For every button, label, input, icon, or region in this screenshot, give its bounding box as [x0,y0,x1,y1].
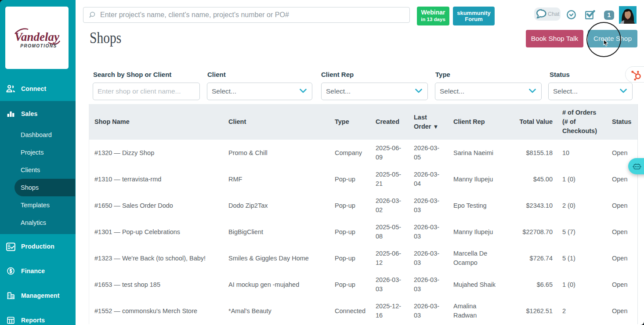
svg-text:PROMOTIONS: PROMOTIONS [20,43,57,48]
svg-text:Vandelay: Vandelay [14,30,60,43]
